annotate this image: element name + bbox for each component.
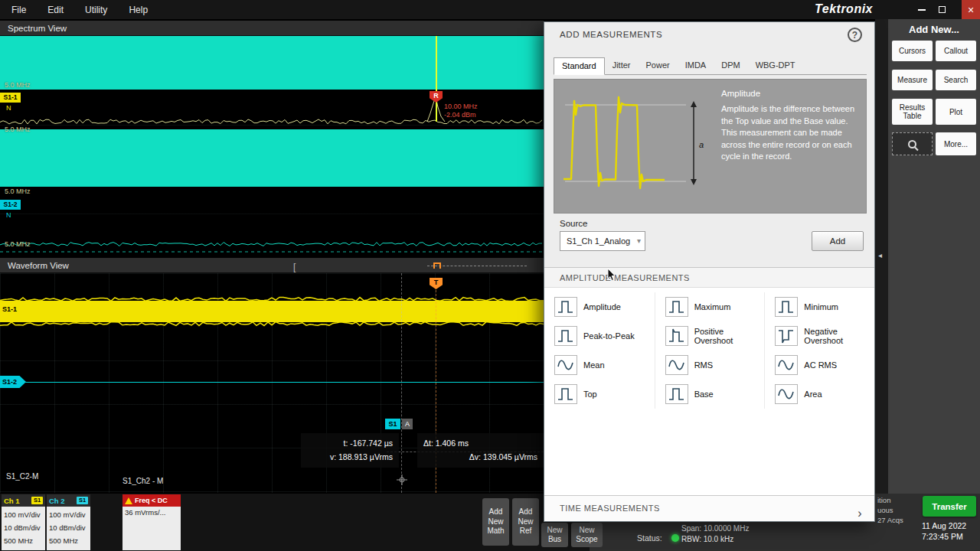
measurement-rms[interactable]: RMS [655, 350, 765, 380]
measurement-info-panel: a Amplitude Amplitude is the difference … [554, 79, 867, 214]
marker-frequency: 10.00 MHz [444, 103, 478, 111]
menu-help[interactable]: Help [129, 5, 148, 15]
menu-utility[interactable]: Utility [85, 5, 107, 15]
sine-waveform-icon [775, 384, 798, 404]
measurement-ac-rms[interactable]: AC RMS [764, 350, 874, 380]
mouse-cursor [607, 268, 616, 282]
measurement-description: Amplitude Amplitude is the difference be… [721, 89, 861, 163]
add-cursors-button[interactable]: Cursors [892, 41, 933, 61]
minimize-button[interactable] [913, 0, 931, 19]
channel1-bandwidth: 500 MHz [4, 534, 43, 547]
span-readout: Span: 10.0000 MHz [681, 524, 749, 533]
measurement-tabs: Standard Jitter Power IMDA DPM WBG-DPT [554, 57, 867, 75]
tab-imda[interactable]: IMDA [678, 57, 714, 74]
spectrum-view-title: Spectrum View [8, 24, 67, 33]
channel2-bandwidth: 500 MHz [49, 534, 88, 547]
add-new-bus-button[interactable]: New Bus [541, 523, 568, 547]
sine-waveform-icon [665, 355, 688, 375]
dialog-title: ADD MEASUREMENTS [560, 30, 662, 39]
source-dropdown[interactable]: S1_Ch 1_Analog ▾ [560, 231, 645, 251]
tab-jitter[interactable]: Jitter [605, 57, 639, 74]
amplitude-waveform-illustration: a [557, 84, 714, 208]
measurement-maximum[interactable]: Maximum [655, 292, 765, 321]
measurement-peak-to-peak[interactable]: Peak-to-Peak [544, 321, 655, 350]
cursor-a-label: A [402, 419, 413, 429]
warning-triangle-icon [125, 497, 132, 504]
channel2-scale: 100 mV/div [49, 508, 88, 521]
warning-title: Freq < DC [135, 497, 168, 504]
cursor-source-label: S1 [385, 419, 400, 429]
transfer-button[interactable]: Transfer [923, 496, 976, 517]
cursor-a-line[interactable] [401, 273, 402, 493]
pulse-waveform-icon [775, 297, 798, 317]
channel2-badge[interactable]: Ch 2 S1 100 mV/div 10 dBm/div 500 MHz [47, 494, 90, 550]
help-button[interactable]: ? [848, 28, 862, 42]
acquisition-partial-text: ition [877, 496, 890, 504]
channel1-badge[interactable]: Ch 1 S1 100 mV/div 10 dBm/div 500 MHz [2, 494, 45, 550]
add-search-button[interactable]: Search [936, 70, 976, 90]
tab-power[interactable]: Power [639, 57, 678, 74]
spectrum-view-panel: Spectrum View 5.0 MHz 5.0 MHz 5.0 MHz 5.… [0, 21, 544, 258]
measurement-positive-overshoot[interactable]: Positive Overshoot [655, 321, 765, 350]
math-trace-label-2[interactable]: S1_Ch2 - M [122, 477, 163, 485]
measurement-mean[interactable]: Mean [544, 350, 655, 380]
measurement-negative-overshoot[interactable]: Negative Overshoot [764, 321, 874, 350]
spectrum-view-header[interactable]: Spectrum View [0, 21, 544, 36]
channel2-db-scale: 10 dBm/div [49, 521, 88, 534]
tab-standard[interactable]: Standard [554, 57, 605, 75]
menu-edit[interactable]: Edit [47, 5, 64, 15]
close-button[interactable]: × [962, 0, 980, 19]
measurement-amplitude[interactable]: Amplitude [544, 292, 655, 321]
menu-bar: File Edit Utility Help Tektronix × [0, 0, 980, 19]
channel2-trace[interactable] [0, 382, 544, 383]
add-button[interactable]: Add [812, 231, 864, 251]
waveform-view-header[interactable]: Waveform View [ [0, 258, 544, 273]
measurement-info-body: Amplitude is the difference between the … [721, 103, 861, 163]
trigger-position-icon[interactable] [433, 262, 441, 269]
measurement-area[interactable]: Area [764, 380, 874, 409]
spectrum-marker-line[interactable] [436, 36, 437, 122]
frequency-warning-badge[interactable]: Freq < DC 36 mVrms/... [122, 494, 181, 550]
pulse-waveform-icon [775, 326, 798, 346]
cursor-source-badge[interactable]: S1 A [385, 419, 413, 429]
add-results-table-button[interactable]: Results Table [892, 99, 933, 125]
add-new-ref-button[interactable]: Add New Ref [512, 498, 539, 546]
spectrum-trace2-badge[interactable]: S1-2 [0, 200, 21, 210]
channel1-name: Ch 1 [4, 497, 20, 505]
panel-collapse-handle[interactable]: ◂ [878, 251, 882, 259]
freq-label: 5.0 MHz [5, 240, 31, 248]
menu-file[interactable]: File [11, 5, 26, 15]
tab-dpm[interactable]: DPM [714, 57, 747, 74]
measurement-minimum[interactable]: Minimum [764, 292, 874, 321]
measurement-top[interactable]: Top [544, 380, 655, 409]
pulse-waveform-icon [554, 384, 577, 404]
waveform-view-panel: Waveform View [ T S1-1 S1-2 S1 A t: -167 [0, 258, 544, 494]
anchor-crosshair-icon[interactable] [397, 474, 407, 485]
math-trace-label-1[interactable]: S1_C2-M [6, 472, 38, 481]
add-new-math-button[interactable]: Add New Math [482, 498, 509, 546]
zoom-tool-button[interactable] [892, 132, 933, 155]
time-measurements-section[interactable]: TIME MEASUREMENTS › [544, 495, 874, 521]
spectrum-trace1-badge[interactable]: S1-1 [0, 93, 21, 103]
add-measure-button[interactable]: Measure [892, 70, 933, 90]
chevron-right-icon: › [858, 500, 862, 526]
measurement-base[interactable]: Base [655, 380, 765, 409]
tab-wbg-dpt[interactable]: WBG-DPT [748, 57, 803, 74]
more-button[interactable]: More... [936, 132, 976, 155]
add-callout-button[interactable]: Callout [936, 41, 976, 61]
chevron-down-icon: ▾ [637, 232, 641, 250]
acquisition-count: 27 Acqs [877, 516, 903, 524]
new-scope-button[interactable]: New Scope [571, 523, 603, 547]
panel-gap: ◂ [875, 19, 888, 551]
add-plot-button[interactable]: Plot [936, 99, 976, 125]
cursor-voltage-value: v: 188.913 µVrms [307, 450, 393, 464]
source-value: S1_Ch 1_Analog [567, 236, 630, 246]
source-label: Source [560, 219, 587, 228]
measurement-grid: Amplitude Maximum Minimum Peak-to-Peak P… [544, 288, 874, 497]
maximize-button[interactable] [933, 0, 951, 19]
marker-readout: 10.00 MHz -2.04 dBm [444, 103, 478, 119]
time-measurements-label: TIME MEASUREMENTS [560, 504, 660, 513]
pulse-waveform-icon [554, 326, 577, 346]
rbw-readout: RBW: 10.0 kHz [681, 535, 733, 543]
spectrum-noise-traces [0, 36, 544, 258]
